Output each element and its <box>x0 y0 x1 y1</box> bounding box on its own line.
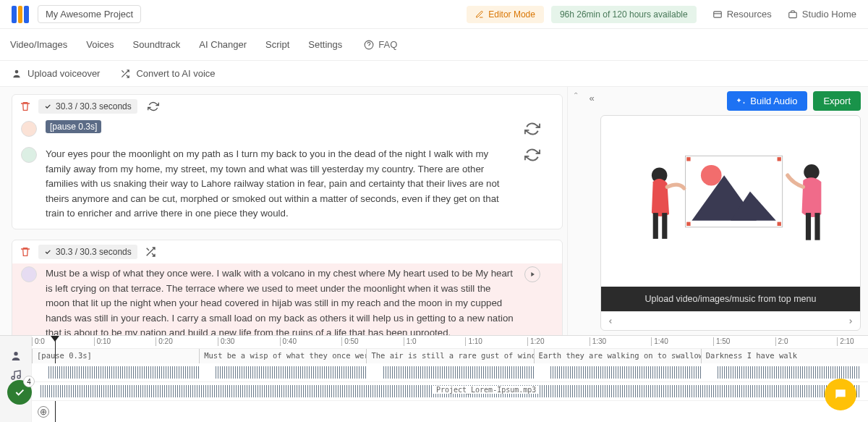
person-icon <box>12 69 22 79</box>
check-icon <box>44 248 51 256</box>
tab-video-images[interactable]: Video/Images <box>9 35 69 54</box>
add-track-button[interactable]: ⊕ <box>38 406 49 418</box>
chevron-up-icon: ⌃ <box>573 91 579 99</box>
shuffle-icon[interactable] <box>145 246 156 258</box>
timeline-clip[interactable]: [pause 0.3s] <box>32 349 199 363</box>
voice-avatar[interactable] <box>21 147 37 163</box>
tab-script[interactable]: Script <box>264 35 291 54</box>
tab-settings[interactable]: Settings <box>307 35 344 54</box>
card-icon <box>712 9 723 20</box>
voice-waveform-row[interactable] <box>32 363 868 382</box>
trash-icon[interactable] <box>20 246 31 258</box>
duration-pill[interactable]: 30.3 / 30.3 seconds <box>38 245 137 259</box>
check-icon <box>14 387 25 398</box>
export-button[interactable]: Export <box>813 91 861 111</box>
help-icon <box>364 40 374 50</box>
regenerate-icon[interactable] <box>524 147 540 163</box>
voice-avatar[interactable] <box>21 266 37 282</box>
convert-ai-voice-tab[interactable]: Convert to AI voice <box>120 68 215 79</box>
music-track-icon[interactable] <box>10 369 22 381</box>
faq-label: FAQ <box>378 39 397 50</box>
ruler-tick: 0:10 <box>94 337 111 346</box>
music-clip-label: Project_Lorem-Ipsum.mp3 <box>433 386 539 394</box>
svg-rect-12 <box>662 213 667 239</box>
ruler-tick: 2:0 <box>775 337 788 346</box>
main-tabs: Video/Images Voices Soundtrack AI Change… <box>0 29 868 61</box>
svg-point-5 <box>701 165 722 186</box>
svg-rect-9 <box>777 222 780 226</box>
timeline-clip[interactable]: Earth they are walking on to swallow t- <box>534 349 701 363</box>
status-fab[interactable]: 4 <box>7 380 32 405</box>
resources-link[interactable]: Resources <box>712 9 772 20</box>
script-editor-pane: 30.3 / 30.3 seconds [pause 0.3s] Your ey… <box>0 87 567 335</box>
app-logo <box>12 6 29 23</box>
tab-soundtrack[interactable]: Soundtrack <box>132 35 182 54</box>
ruler-tick: 1:0 <box>404 337 417 346</box>
preview-pane: Build Audio Export <box>600 87 868 335</box>
timeline-clip[interactable]: Must be a wisp of what they once were- <box>199 349 366 363</box>
script-text[interactable]: Your eyes pour the moonlight on my path … <box>46 147 516 221</box>
chat-icon <box>833 387 848 402</box>
svg-point-18 <box>17 376 20 379</box>
trash-icon[interactable] <box>20 101 31 112</box>
studio-home-label: Studio Home <box>802 9 856 20</box>
svg-rect-0 <box>713 11 721 17</box>
block-row: Your eyes pour the moonlight on my path … <box>12 144 562 229</box>
main-area: 30.3 / 30.3 seconds [pause 0.3s] Your ey… <box>0 87 868 335</box>
svg-rect-14 <box>806 213 811 240</box>
clips-row: [pause 0.3s]Must be a wisp of what they … <box>32 349 868 363</box>
upload-voiceover-tab[interactable]: Upload voiceover <box>12 68 100 79</box>
convert-ai-voice-label: Convert to AI voice <box>136 68 215 79</box>
svg-rect-15 <box>814 213 820 240</box>
timeline-ruler[interactable]: 0:00:100:200:300:400:501:01:101:201:301:… <box>32 336 868 349</box>
voice-track-icon[interactable] <box>10 350 22 362</box>
app-header: My Awesome Project Editor Mode 96h 26min… <box>0 0 868 29</box>
ruler-tick: 0:50 <box>341 337 358 346</box>
editor-mode-label: Editor Mode <box>488 9 535 20</box>
preview-box: Upload video/images/music from top menu <box>600 115 861 331</box>
refresh-icon[interactable] <box>148 101 159 112</box>
preview-actions: Build Audio Export <box>600 91 861 111</box>
collapse-right-pane[interactable]: « <box>583 87 600 335</box>
timeline-body[interactable]: 0:00:100:200:300:400:501:01:101:201:301:… <box>32 336 868 422</box>
regenerate-icon[interactable] <box>524 121 540 137</box>
faq-link[interactable]: FAQ <box>364 39 397 50</box>
svg-point-17 <box>12 376 14 379</box>
project-name[interactable]: My Awesome Project <box>38 5 141 23</box>
time-available-pill: 96h 26min of 120 hours available <box>551 6 697 23</box>
voice-avatar[interactable] <box>21 121 37 137</box>
briefcase-icon <box>788 9 798 20</box>
block-header: 30.3 / 30.3 seconds <box>12 95 562 118</box>
chevron-left-icon[interactable] <box>607 318 614 325</box>
ruler-tick: 1:30 <box>590 337 606 346</box>
play-icon <box>529 271 536 278</box>
duration-pill[interactable]: 30.3 / 30.3 seconds <box>38 99 137 114</box>
chevron-double-left-icon: « <box>589 93 594 335</box>
ruler-tick: 1:50 <box>713 337 730 346</box>
block-row: Must be a wisp of what they once were. I… <box>12 263 562 335</box>
duration-label: 30.3 / 30.3 seconds <box>56 101 132 111</box>
studio-home-link[interactable]: Studio Home <box>788 9 856 20</box>
tab-voices[interactable]: Voices <box>85 35 115 54</box>
ai-changer-subtabs: Upload voiceover Convert to AI voice <box>0 61 868 87</box>
timeline-clip[interactable]: Darkness I have walk <box>701 349 868 363</box>
preview-illustration <box>601 116 860 287</box>
play-button[interactable] <box>524 266 540 282</box>
preview-footer <box>601 311 860 330</box>
editor-mode-pill[interactable]: Editor Mode <box>467 6 544 23</box>
tab-ai-changer[interactable]: AI Changer <box>197 35 248 54</box>
check-icon <box>44 103 51 110</box>
build-audio-button[interactable]: Build Audio <box>727 91 807 111</box>
music-waveform-row[interactable]: Project_Lorem-Ipsum.mp3 <box>32 382 868 401</box>
timeline: 0:00:100:200:300:400:501:01:101:201:301:… <box>0 335 868 422</box>
script-text[interactable]: Must be a wisp of what they once were. I… <box>46 266 516 335</box>
chat-fab[interactable] <box>825 379 856 410</box>
pause-chip[interactable]: [pause 0.3s] <box>46 120 101 133</box>
timeline-clip[interactable]: The air is still a rare gust of wind - <box>366 349 533 363</box>
chevron-right-icon[interactable] <box>847 318 854 325</box>
upload-hint-bar: Upload video/images/music from top menu <box>601 287 860 311</box>
svg-rect-7 <box>777 157 780 161</box>
ruler-tick: 0:40 <box>280 337 297 346</box>
svg-point-3 <box>15 69 19 73</box>
scroll-gutter[interactable]: ⌃ <box>567 87 583 335</box>
